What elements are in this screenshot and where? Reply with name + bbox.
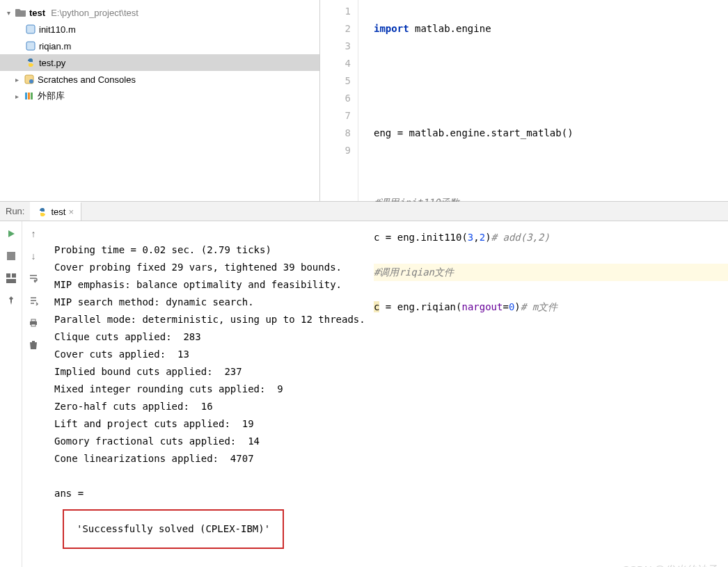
close-icon[interactable]: ×: [68, 207, 74, 217]
file-row-init110[interactable]: init110.m: [0, 21, 319, 38]
project-tree: ▾ test E:\python_project\test init110.m …: [0, 0, 320, 201]
soft-wrap-icon[interactable]: [26, 271, 40, 285]
console-line: Probing time = 0.02 sec. (2.79 ticks): [54, 244, 271, 255]
svg-rect-7: [7, 252, 15, 260]
console-line: Cover probing fixed 29 vars, tightened 3…: [54, 262, 342, 273]
svg-point-3: [29, 79, 33, 83]
editor-gutter: 1 2 3 4 5 6 7 8 9: [320, 0, 358, 201]
layout-button[interactable]: [4, 271, 18, 285]
file-row-testpy[interactable]: test.py: [0, 54, 319, 71]
svg-rect-5: [28, 93, 30, 99]
console-line: MIP search method: dynamic search.: [54, 296, 254, 308]
folder-icon: [15, 7, 26, 18]
svg-rect-8: [6, 273, 10, 278]
svg-rect-13: [31, 324, 35, 326]
ans-box: 'Successfully solved (CPLEX-IBM)': [63, 509, 284, 549]
console-output[interactable]: Probing time = 0.02 sec. (2.79 ticks) Co…: [45, 221, 728, 567]
watermark: CSDN @发光的沙子: [622, 561, 717, 567]
console-line: MIP emphasis: balance optimality and fea…: [54, 279, 342, 290]
run-tab[interactable]: test ×: [30, 202, 81, 221]
run-label: Run:: [0, 206, 30, 216]
svg-rect-9: [12, 273, 16, 278]
matlab-file-icon: [25, 24, 36, 35]
console-line: Parallel mode: deterministic, using up t…: [54, 314, 365, 325]
chevron-down-icon: ▾: [4, 9, 13, 17]
svg-rect-1: [26, 42, 35, 50]
run-panel: Run: test × ↑ ↓: [0, 202, 728, 567]
console-line: Gomory fractional cuts applied: 14: [54, 436, 260, 447]
scratches-row[interactable]: ▸ Scratches and Consoles: [0, 71, 319, 88]
file-label: riqian.m: [39, 41, 71, 51]
down-arrow-icon[interactable]: ↓: [26, 249, 40, 263]
project-name: test: [29, 8, 45, 18]
scratches-label: Scratches and Consoles: [38, 74, 136, 85]
console-line: Lift and project cuts applied: 19: [54, 418, 254, 429]
scratches-icon: [24, 74, 35, 85]
console-line: Implied bound cuts applied: 237: [54, 366, 242, 377]
svg-rect-4: [25, 93, 27, 99]
pin-button[interactable]: [4, 294, 18, 308]
file-row-riqian[interactable]: riqian.m: [0, 38, 319, 54]
ans-label: ans =: [54, 488, 84, 499]
chevron-right-icon: ▸: [13, 93, 21, 100]
run-toolbar-left: [0, 221, 22, 567]
matlab-file-icon: [25, 40, 36, 51]
chevron-right-icon: ▸: [13, 76, 21, 83]
svg-rect-10: [6, 279, 16, 283]
print-icon[interactable]: [26, 316, 40, 330]
external-label: 外部库: [38, 90, 65, 102]
project-path: E:\python_project\test: [51, 8, 139, 18]
run-toolbar-right: ↑ ↓: [22, 221, 45, 567]
file-label: init110.m: [39, 24, 76, 35]
code-editor[interactable]: 1 2 3 4 5 6 7 8 9 import matlab.engine e…: [320, 0, 728, 201]
console-line: Cover cuts applied: 13: [54, 349, 189, 360]
editor-code[interactable]: import matlab.engine eng = matlab.engine…: [358, 0, 728, 201]
trash-icon[interactable]: [26, 338, 40, 352]
console-line: Cone linearizations applied: 4707: [54, 453, 254, 464]
python-file-icon: [25, 57, 36, 68]
python-file-icon: [37, 207, 48, 218]
ans-value: 'Successfully solved (CPLEX-IBM)': [77, 523, 270, 534]
external-row[interactable]: ▸ 外部库: [0, 88, 319, 104]
run-button[interactable]: [4, 227, 18, 241]
svg-rect-6: [31, 93, 33, 99]
svg-rect-12: [31, 319, 35, 321]
console-line: Clique cuts applied: 283: [54, 331, 201, 342]
scroll-icon[interactable]: [26, 294, 40, 308]
console-line: Mixed integer rounding cuts applied: 9: [54, 383, 283, 394]
external-lib-icon: [24, 90, 35, 102]
up-arrow-icon[interactable]: ↑: [26, 227, 40, 241]
svg-rect-0: [26, 25, 35, 33]
stop-button[interactable]: [4, 249, 18, 263]
run-tab-label: test: [51, 207, 65, 217]
project-root-row[interactable]: ▾ test E:\python_project\test: [0, 4, 319, 21]
console-line: Zero-half cuts applied: 16: [54, 401, 213, 412]
file-label: test.py: [39, 58, 65, 68]
run-header: Run: test ×: [0, 202, 728, 221]
